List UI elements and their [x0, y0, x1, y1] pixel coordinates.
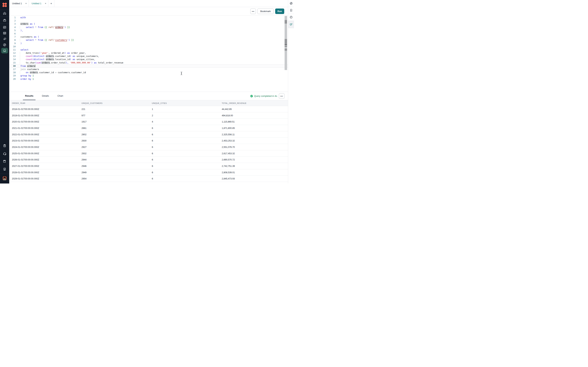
table-cell: 2019-01-01T00:00:00.000Z	[12, 114, 81, 117]
code-line-5[interactable]: 5),	[9, 29, 288, 32]
table-cell: 6	[152, 171, 222, 174]
table-row[interactable]: 2030-01-01T00:00:00.000Z287961,841,049.3…	[9, 182, 288, 184]
new-tab-button[interactable]: +	[48, 0, 54, 7]
rail-item-explore[interactable]	[288, 0, 294, 7]
line-number: 12	[9, 51, 16, 55]
sidebar-item-organization[interactable]	[0, 165, 9, 173]
code-line-15[interactable]: 15 to_char(sum(orders.order_total), '999…	[9, 61, 288, 64]
sidebar-item-apps[interactable]	[0, 36, 9, 42]
column-header: ORDER_YEAR	[12, 102, 81, 104]
sidebar-item-docs[interactable]	[0, 158, 9, 165]
line-number: 2	[9, 19, 16, 22]
line-number: 20	[9, 77, 16, 81]
document-tab-1[interactable]: Untitled 1✕	[9, 0, 29, 7]
code-line-4[interactable]: 4 select * from {{ ref('orders') }}	[9, 26, 288, 29]
table-cell: 494,818.00	[222, 114, 288, 117]
code-line-19[interactable]: 19group by 1	[9, 74, 288, 77]
results-tab-details[interactable]: Details	[40, 92, 51, 100]
bookmark-icon	[290, 9, 293, 12]
line-number: 8	[9, 39, 16, 42]
rail-item-history[interactable]	[288, 14, 294, 21]
bookmark-button[interactable]: Bookmark	[257, 8, 274, 14]
document-tab-2[interactable]: Untitled 1✕	[29, 0, 48, 7]
results-more-button[interactable]: •••	[279, 93, 285, 99]
table-row[interactable]: 2025-01-01T00:00:00.000Z293262,617,453.3…	[9, 150, 288, 157]
code-line-7[interactable]: 7customers as (	[9, 35, 288, 39]
code-line-13[interactable]: 13 count(distinct orders.customer_id) as…	[9, 55, 288, 58]
results-tab-chart[interactable]: Chart	[55, 92, 65, 100]
results-table-header: ORDER_YEARUNIQUE_CUSTOMERSUNIQUE_CITIEST…	[9, 100, 288, 106]
user-avatar[interactable]	[3, 176, 7, 180]
table-cell: 6	[152, 165, 222, 167]
table-row[interactable]: 2023-01-01T00:00:00.000Z293062,453,253.3…	[9, 138, 288, 144]
query-status: Query completed in 4s	[250, 95, 277, 97]
sidebar-item-ide-active[interactable]	[0, 48, 9, 54]
table-row[interactable]: 2018-01-01T00:00:00.000Z221144,442.65	[9, 106, 288, 112]
editor-scrollbar[interactable]	[285, 16, 287, 70]
sidebar-item-projects[interactable]	[0, 17, 9, 24]
table-row[interactable]: 2026-01-01T00:00:00.000Z294462,690,570.7…	[9, 157, 288, 163]
results-tab-results[interactable]: Results	[23, 92, 35, 100]
code-line-2[interactable]: 2	[9, 19, 288, 22]
table-cell: 977	[81, 114, 152, 117]
close-icon[interactable]: ✕	[44, 2, 47, 5]
tab-label: Untitled 1	[32, 2, 43, 5]
table-row[interactable]: 2020-01-01T00:00:00.000Z191741,115,869.5…	[9, 119, 288, 125]
sidebar-item-notes[interactable]	[0, 142, 9, 150]
right-rail	[288, 0, 294, 184]
table-cell: 2029-01-01T00:00:00.000Z	[12, 177, 81, 180]
line-number: 16	[9, 65, 16, 67]
table-cell: 2,325,556.11	[222, 133, 288, 136]
code-line-20[interactable]: 20order by 1	[9, 77, 288, 81]
table-row[interactable]: 2024-01-01T00:00:00.000Z292762,551,076.7…	[9, 144, 288, 150]
sidebar-item-dashboards[interactable]	[0, 24, 9, 30]
table-cell: 2	[152, 114, 222, 117]
table-row[interactable]: 2028-01-01T00:00:00.000Z294962,808,539.0…	[9, 169, 288, 176]
code-line-18[interactable]: 18 on orders.customer_id = customers.cus…	[9, 71, 288, 74]
results-table-body[interactable]: 2018-01-01T00:00:00.000Z221144,442.65201…	[9, 106, 288, 184]
sidebar-item-home[interactable]	[0, 10, 9, 17]
code-line-8[interactable]: 8 select * from {{ ref('customers') }}	[9, 39, 288, 42]
table-row[interactable]: 2019-01-01T00:00:00.000Z9772494,818.00	[9, 112, 288, 119]
sidebar-item-explore[interactable]	[0, 42, 9, 48]
table-cell: 6	[152, 177, 222, 180]
sql-editor[interactable]: 1with23orders as (4 select * from {{ ref…	[9, 16, 288, 92]
table-cell: 6	[152, 127, 222, 129]
line-number: 13	[9, 55, 16, 58]
code-area[interactable]: 1with23orders as (4 select * from {{ ref…	[9, 16, 288, 92]
rail-item-ai-assistant[interactable]	[288, 21, 294, 28]
close-icon[interactable]: ✕	[25, 2, 27, 5]
table-row[interactable]: 2029-01-01T00:00:00.000Z295462,845,473.9…	[9, 176, 288, 182]
table-cell: 6	[152, 152, 222, 155]
table-cell: 1,871,800.85	[222, 127, 288, 129]
line-number: 19	[9, 74, 16, 77]
app-logo[interactable]	[0, 0, 9, 10]
run-button[interactable]: Run	[275, 8, 284, 14]
column-header: UNIQUE_CUSTOMERS	[81, 102, 152, 104]
table-cell: 4	[152, 120, 222, 123]
table-cell: 2,551,076.70	[222, 146, 288, 148]
table-cell: 2944	[81, 158, 152, 161]
table-row[interactable]: 2027-01-01T00:00:00.000Z294662,742,751.3…	[9, 163, 288, 169]
table-cell: 1	[152, 108, 222, 110]
table-row[interactable]: 2022-01-01T00:00:00.000Z290262,325,556.1…	[9, 131, 288, 138]
code-line-11[interactable]: 11select	[9, 48, 288, 51]
code-line-9[interactable]: 9)	[9, 42, 288, 45]
code-line-3[interactable]: 3orders as (	[9, 22, 288, 25]
table-row[interactable]: 2021-01-01T00:00:00.000Z266161,871,800.8…	[9, 125, 288, 131]
code-line-14[interactable]: 14 count(distinct orders.location_id) as…	[9, 58, 288, 61]
code-line-12[interactable]: 12 date_trunc('year', ordered_at) as ord…	[9, 51, 288, 55]
code-line-16[interactable]: 16from orders	[9, 64, 288, 68]
table-cell: 2,617,453.32	[222, 152, 288, 155]
table-cell: 2026-01-01T00:00:00.000Z	[12, 158, 81, 161]
check-circle-icon	[250, 95, 253, 97]
code-line-6[interactable]: 6	[9, 32, 288, 35]
code-line-10[interactable]: 10	[9, 45, 288, 48]
code-line-1[interactable]: 1with	[9, 16, 288, 19]
rail-item-bookmarks[interactable]	[288, 7, 294, 14]
sidebar-item-support[interactable]	[0, 150, 9, 158]
code-line-17[interactable]: 17join customers	[9, 68, 288, 71]
sidebar-item-code-editor[interactable]	[0, 30, 9, 36]
more-options-button[interactable]: •••	[250, 8, 256, 14]
line-number: 5	[9, 29, 16, 32]
